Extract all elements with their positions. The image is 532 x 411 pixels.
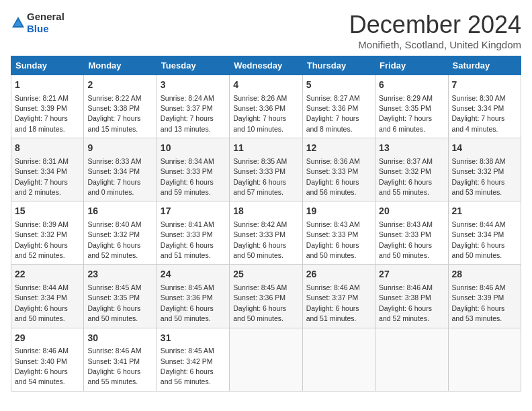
day-number: 29 [15, 332, 80, 345]
calendar-cell: 15Sunrise: 8:39 AMSunset: 3:32 PMDayligh… [11, 201, 84, 265]
calendar-cell: 20Sunrise: 8:43 AMSunset: 3:33 PMDayligh… [375, 201, 448, 265]
day-detail: Sunrise: 8:44 AMSunset: 3:34 PMDaylight:… [452, 220, 506, 259]
logo-icon [11, 15, 26, 30]
col-header-sunday: Sunday [11, 56, 84, 75]
day-detail: Sunrise: 8:38 AMSunset: 3:32 PMDaylight:… [452, 157, 506, 196]
day-detail: Sunrise: 8:22 AMSunset: 3:38 PMDaylight:… [87, 94, 141, 133]
calendar-cell: 30Sunrise: 8:46 AMSunset: 3:41 PMDayligh… [84, 328, 157, 391]
week-row-5: 29Sunrise: 8:46 AMSunset: 3:40 PMDayligh… [11, 328, 521, 391]
calendar-cell: 17Sunrise: 8:41 AMSunset: 3:33 PMDayligh… [157, 201, 229, 265]
calendar-cell [375, 328, 448, 391]
calendar-cell: 13Sunrise: 8:37 AMSunset: 3:32 PMDayligh… [375, 138, 448, 201]
calendar-cell [302, 328, 375, 391]
day-number: 18 [233, 205, 298, 218]
calendar-cell: 31Sunrise: 8:45 AMSunset: 3:42 PMDayligh… [157, 328, 229, 391]
day-detail: Sunrise: 8:46 AMSunset: 3:37 PMDaylight:… [306, 283, 360, 322]
day-detail: Sunrise: 8:29 AMSunset: 3:35 PMDaylight:… [379, 94, 433, 133]
calendar-cell: 25Sunrise: 8:45 AMSunset: 3:36 PMDayligh… [230, 265, 302, 328]
week-row-2: 8Sunrise: 8:31 AMSunset: 3:34 PMDaylight… [11, 138, 521, 201]
week-row-1: 1Sunrise: 8:21 AMSunset: 3:39 PMDaylight… [11, 75, 521, 138]
calendar-cell: 16Sunrise: 8:40 AMSunset: 3:32 PMDayligh… [84, 201, 157, 265]
day-detail: Sunrise: 8:46 AMSunset: 3:38 PMDaylight:… [379, 283, 433, 322]
calendar-cell: 4Sunrise: 8:26 AMSunset: 3:36 PMDaylight… [230, 75, 302, 138]
calendar-cell: 28Sunrise: 8:46 AMSunset: 3:39 PMDayligh… [448, 265, 521, 328]
calendar-cell: 12Sunrise: 8:36 AMSunset: 3:33 PMDayligh… [302, 138, 375, 201]
day-detail: Sunrise: 8:36 AMSunset: 3:33 PMDaylight:… [306, 157, 360, 196]
month-title: December 2024 [349, 11, 521, 39]
day-detail: Sunrise: 8:24 AMSunset: 3:37 PMDaylight:… [161, 94, 214, 133]
calendar-cell: 2Sunrise: 8:22 AMSunset: 3:38 PMDaylight… [84, 75, 157, 138]
calendar-cell [448, 328, 521, 391]
day-detail: Sunrise: 8:33 AMSunset: 3:34 PMDaylight:… [87, 157, 141, 196]
title-area: December 2024 Monifieth, Scotland, Unite… [349, 11, 521, 50]
day-number: 20 [379, 205, 444, 218]
logo-general: General [27, 11, 64, 22]
calendar-cell: 5Sunrise: 8:27 AMSunset: 3:36 PMDaylight… [302, 75, 375, 138]
day-detail: Sunrise: 8:45 AMSunset: 3:36 PMDaylight:… [233, 283, 287, 322]
day-number: 13 [379, 142, 444, 155]
col-header-friday: Friday [375, 56, 448, 75]
calendar-cell: 1Sunrise: 8:21 AMSunset: 3:39 PMDaylight… [11, 75, 84, 138]
day-detail: Sunrise: 8:46 AMSunset: 3:40 PMDaylight:… [15, 347, 69, 385]
day-number: 30 [87, 332, 152, 345]
day-number: 15 [15, 205, 80, 218]
col-header-wednesday: Wednesday [230, 56, 302, 75]
day-detail: Sunrise: 8:46 AMSunset: 3:41 PMDaylight:… [87, 347, 141, 385]
day-detail: Sunrise: 8:43 AMSunset: 3:33 PMDaylight:… [306, 220, 360, 259]
day-number: 5 [306, 79, 371, 92]
calendar-cell: 26Sunrise: 8:46 AMSunset: 3:37 PMDayligh… [302, 265, 375, 328]
day-number: 25 [233, 268, 298, 281]
day-detail: Sunrise: 8:45 AMSunset: 3:35 PMDaylight:… [87, 283, 141, 322]
calendar-cell: 14Sunrise: 8:38 AMSunset: 3:32 PMDayligh… [448, 138, 521, 201]
day-number: 28 [452, 268, 517, 281]
day-detail: Sunrise: 8:27 AMSunset: 3:36 PMDaylight:… [306, 94, 360, 133]
day-number: 2 [87, 79, 152, 92]
calendar-cell: 7Sunrise: 8:30 AMSunset: 3:34 PMDaylight… [448, 75, 521, 138]
week-row-3: 15Sunrise: 8:39 AMSunset: 3:32 PMDayligh… [11, 201, 521, 265]
day-number: 22 [15, 268, 80, 281]
calendar-cell: 23Sunrise: 8:45 AMSunset: 3:35 PMDayligh… [84, 265, 157, 328]
calendar-cell: 29Sunrise: 8:46 AMSunset: 3:40 PMDayligh… [11, 328, 84, 391]
day-detail: Sunrise: 8:35 AMSunset: 3:33 PMDaylight:… [233, 157, 287, 196]
calendar-cell: 3Sunrise: 8:24 AMSunset: 3:37 PMDaylight… [157, 75, 229, 138]
day-detail: Sunrise: 8:43 AMSunset: 3:33 PMDaylight:… [379, 220, 433, 259]
day-number: 10 [161, 142, 226, 155]
day-number: 12 [306, 142, 371, 155]
day-number: 3 [161, 79, 226, 92]
calendar-cell: 8Sunrise: 8:31 AMSunset: 3:34 PMDaylight… [11, 138, 84, 201]
day-detail: Sunrise: 8:42 AMSunset: 3:33 PMDaylight:… [233, 220, 287, 259]
col-header-tuesday: Tuesday [157, 56, 229, 75]
calendar-cell: 9Sunrise: 8:33 AMSunset: 3:34 PMDaylight… [84, 138, 157, 201]
day-detail: Sunrise: 8:21 AMSunset: 3:39 PMDaylight:… [15, 94, 69, 133]
day-detail: Sunrise: 8:34 AMSunset: 3:33 PMDaylight:… [161, 157, 214, 196]
calendar-cell: 22Sunrise: 8:44 AMSunset: 3:34 PMDayligh… [11, 265, 84, 328]
calendar-cell: 11Sunrise: 8:35 AMSunset: 3:33 PMDayligh… [230, 138, 302, 201]
day-detail: Sunrise: 8:26 AMSunset: 3:36 PMDaylight:… [233, 94, 287, 133]
day-number: 26 [306, 268, 371, 281]
day-number: 23 [87, 268, 152, 281]
day-number: 1 [15, 79, 80, 92]
day-detail: Sunrise: 8:45 AMSunset: 3:42 PMDaylight:… [161, 347, 214, 385]
day-number: 24 [161, 268, 226, 281]
day-detail: Sunrise: 8:44 AMSunset: 3:34 PMDaylight:… [15, 283, 69, 322]
calendar-table: SundayMondayTuesdayWednesdayThursdayFrid… [11, 56, 521, 392]
calendar-cell: 24Sunrise: 8:45 AMSunset: 3:36 PMDayligh… [157, 265, 229, 328]
day-detail: Sunrise: 8:45 AMSunset: 3:36 PMDaylight:… [161, 283, 214, 322]
day-number: 31 [161, 332, 226, 345]
calendar-cell: 6Sunrise: 8:29 AMSunset: 3:35 PMDaylight… [375, 75, 448, 138]
day-detail: Sunrise: 8:41 AMSunset: 3:33 PMDaylight:… [161, 220, 214, 259]
day-number: 4 [233, 79, 298, 92]
day-number: 14 [452, 142, 517, 155]
day-number: 27 [379, 268, 444, 281]
day-number: 16 [87, 205, 152, 218]
calendar-cell: 19Sunrise: 8:43 AMSunset: 3:33 PMDayligh… [302, 201, 375, 265]
logo: General Blue [11, 11, 64, 35]
location-subtitle: Monifieth, Scotland, United Kingdom [349, 39, 521, 50]
page-header: General Blue December 2024 Monifieth, Sc… [11, 11, 521, 50]
day-number: 7 [452, 79, 517, 92]
calendar-cell: 10Sunrise: 8:34 AMSunset: 3:33 PMDayligh… [157, 138, 229, 201]
calendar-cell: 27Sunrise: 8:46 AMSunset: 3:38 PMDayligh… [375, 265, 448, 328]
day-detail: Sunrise: 8:37 AMSunset: 3:32 PMDaylight:… [379, 157, 433, 196]
logo-blue: Blue [27, 23, 49, 34]
day-number: 9 [87, 142, 152, 155]
